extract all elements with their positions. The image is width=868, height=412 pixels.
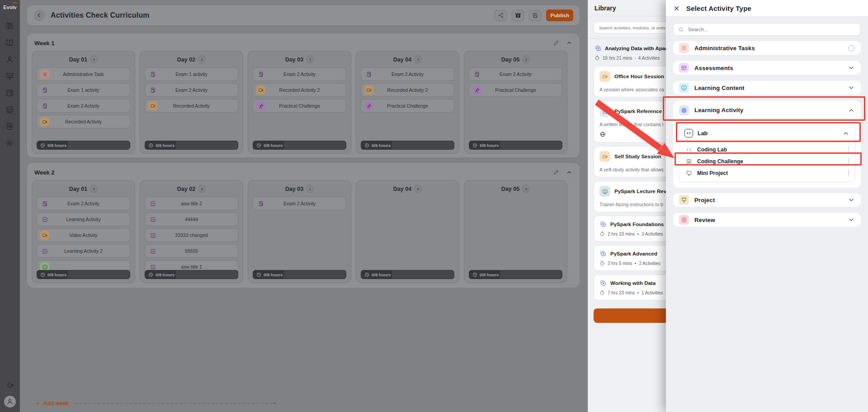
- category-project[interactable]: Project: [673, 193, 861, 207]
- clock-icon: [472, 272, 477, 277]
- radio-button[interactable]: [848, 45, 855, 52]
- chevron-down-icon[interactable]: [848, 196, 855, 204]
- activity-item[interactable]: Practical Challenge: [253, 99, 346, 113]
- avatar[interactable]: [4, 396, 16, 407]
- add-week-label: Add week: [43, 400, 69, 407]
- edit-week-icon[interactable]: [553, 40, 559, 46]
- activity-item[interactable]: Practical Challenge: [361, 99, 454, 113]
- day-title: Day 02: [177, 186, 195, 192]
- exam-activity-icon: [40, 199, 49, 208]
- activity-item[interactable]: Recorded Activity 2: [253, 83, 346, 97]
- activity-item[interactable]: Recorded Activity: [145, 99, 238, 113]
- kebab-menu-icon[interactable]: ⋮: [15, 56, 19, 61]
- kebab-menu-icon[interactable]: ⋮: [15, 73, 19, 77]
- mini-project-icon: [685, 170, 693, 176]
- option-mini-project[interactable]: Mini Project: [679, 167, 855, 179]
- option-coding-challenge[interactable]: Coding Challenge: [679, 156, 855, 167]
- radio-button[interactable]: [848, 157, 849, 166]
- activity-item[interactable]: Exam 2 Activity: [145, 83, 238, 97]
- logout-icon[interactable]: [6, 381, 14, 389]
- day-hours-bar: 0/8 hours: [469, 270, 562, 279]
- activity-item[interactable]: 44444: [145, 213, 238, 226]
- edit-week-icon[interactable]: [553, 169, 559, 175]
- activity-item[interactable]: asw title 2: [145, 197, 238, 210]
- chevron-up-icon[interactable]: [842, 130, 849, 137]
- option-label: Coding Lab: [697, 147, 727, 153]
- day-card: Day 029asw title 24444433333 changed5555…: [140, 180, 243, 283]
- day-hours-bar: 0/8 hours: [361, 270, 454, 279]
- library-module-card[interactable]: Working with Data7 hrs 23 mins1 Activiti…: [594, 275, 666, 300]
- group-lab-header[interactable]: Lab: [679, 125, 855, 142]
- kebab-menu-icon[interactable]: ⋮: [15, 23, 19, 27]
- open-book-icon[interactable]: ⋮: [5, 38, 14, 47]
- chevron-down-icon[interactable]: [848, 84, 855, 91]
- kebab-menu-icon[interactable]: ⋮: [15, 90, 19, 94]
- chevron-down-icon[interactable]: [848, 64, 855, 71]
- radio-button[interactable]: [848, 145, 849, 154]
- activity-item[interactable]: Exam 2 Activity: [469, 67, 562, 81]
- category-assessments[interactable]: Assessments: [673, 61, 861, 75]
- activity-item[interactable]: Learning Activity 2: [37, 244, 130, 258]
- stopwatch-icon: [594, 55, 600, 61]
- activity-label: Learning Activity 2: [64, 248, 103, 254]
- category-learning-content[interactable]: Learning Content: [673, 81, 861, 95]
- save-button[interactable]: [529, 10, 541, 21]
- activity-item[interactable]: Video Activity: [37, 228, 130, 242]
- category-review[interactable]: Review: [673, 213, 861, 227]
- activity-item[interactable]: Exam 1 activity: [145, 67, 238, 81]
- activity-item[interactable]: Exam 2 Activity: [253, 197, 346, 210]
- option-coding-lab[interactable]: Coding Lab: [679, 144, 855, 156]
- board-chart-icon[interactable]: ⋮: [5, 72, 14, 81]
- share-button[interactable]: [495, 10, 507, 21]
- library-top-module[interactable]: Analyzing Data with Apache16 hrs 21 mins…: [588, 38, 666, 62]
- library-activity-card[interactable]: Office Hour SessionA session where assoc…: [594, 66, 666, 97]
- collapse-week-icon[interactable]: [566, 40, 572, 46]
- back-button[interactable]: [33, 9, 45, 21]
- activity-item[interactable]: Exam 1 activity: [37, 83, 130, 97]
- book-search-icon[interactable]: [5, 122, 14, 131]
- activity-item[interactable]: Practical Challenge: [469, 83, 562, 97]
- books-icon[interactable]: ⋮: [5, 22, 14, 31]
- kanban-icon[interactable]: ⋮: [5, 105, 14, 114]
- publish-button[interactable]: Publish: [546, 9, 573, 21]
- activity-item[interactable]: 55555: [145, 244, 238, 258]
- chevron-down-icon[interactable]: [848, 216, 855, 223]
- radio-button[interactable]: [848, 169, 849, 177]
- chevron-up-icon[interactable]: [848, 107, 855, 114]
- library-module-card[interactable]: PySpark Advanced3 hrs 5 mins2 Activities: [594, 245, 666, 271]
- kebab-menu-icon[interactable]: ⋮: [15, 39, 19, 44]
- activity-item[interactable]: Administrative Task: [37, 67, 130, 81]
- library-activity-card[interactable]: PySpark ReferenceA written lesson that c…: [594, 101, 666, 142]
- library-search[interactable]: [594, 22, 666, 33]
- user-icon[interactable]: ⋮: [5, 55, 14, 64]
- library-module-card[interactable]: PySpark Foundations2 hrs 33 mins3 Activi…: [594, 216, 666, 242]
- activity-label: Exam 2 Activity: [283, 201, 316, 206]
- category-learning-activity[interactable]: Learning Activity: [673, 101, 861, 120]
- settings-gear-icon[interactable]: [5, 139, 14, 148]
- history-button[interactable]: [512, 10, 524, 21]
- activity-item[interactable]: Learning Activity: [37, 213, 130, 226]
- library-activity-card[interactable]: PySpark Lecture ReviewTrainer-facing ins…: [594, 181, 666, 212]
- activity-item[interactable]: Recorded Activity 2: [361, 83, 454, 97]
- collapse-week-icon[interactable]: [566, 169, 572, 175]
- modal-search[interactable]: [673, 23, 861, 36]
- activity-label: Recorded Activity 2: [279, 87, 320, 93]
- category-administrative-tasks[interactable]: Administrative Tasks: [673, 41, 861, 55]
- library-add-button[interactable]: [594, 308, 666, 323]
- activity-item[interactable]: Exam 2 Activity: [361, 67, 454, 81]
- activity-item[interactable]: Exam 2 Activity: [253, 67, 346, 81]
- close-icon[interactable]: [673, 5, 680, 12]
- activity-item[interactable]: Exam 2 Activity: [37, 99, 130, 113]
- add-week-button[interactable]: Add week: [35, 400, 276, 407]
- activity-item[interactable]: Recorded Activity: [37, 115, 130, 128]
- calendar-dot-icon[interactable]: ⋮: [5, 89, 14, 98]
- stopwatch-icon: [599, 260, 605, 266]
- week-title: Week 2: [34, 169, 55, 176]
- activity-label: Exam 2 Activity: [175, 87, 208, 93]
- modal-search-input[interactable]: [687, 26, 856, 33]
- library-search-input[interactable]: [598, 25, 666, 31]
- library-activity-card[interactable]: Self Study SessionA self-study activity …: [594, 146, 666, 177]
- activity-item[interactable]: 33333 changed: [145, 228, 238, 242]
- activity-item[interactable]: Exam 2 Activity: [37, 197, 130, 210]
- kebab-menu-icon[interactable]: ⋮: [15, 106, 19, 111]
